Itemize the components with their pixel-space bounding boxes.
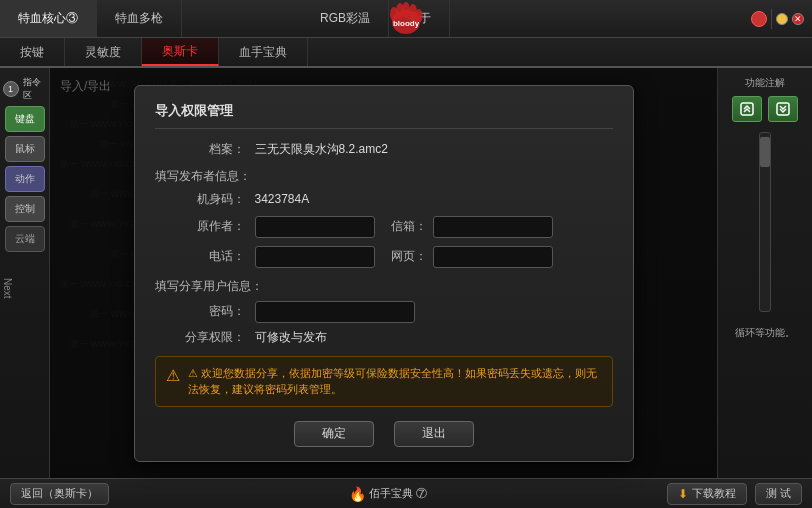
nav-blood-gun[interactable]: 特血多枪 xyxy=(97,0,182,37)
file-label: 档案： xyxy=(155,141,245,158)
warning-box: ⚠ ⚠ 欢迎您数据分享，依据加密等级可保险数据安全性高！如果密码丢失或遗忘，则无… xyxy=(155,356,613,407)
tab-sensitivity[interactable]: 灵敏度 xyxy=(65,38,142,66)
phone-label: 电话： xyxy=(155,248,245,265)
nav-blood-core[interactable]: 特血核心③ xyxy=(0,0,97,37)
author-input[interactable] xyxy=(255,216,375,238)
password-label: 密码： xyxy=(155,303,245,320)
top-nav-bar: 特血核心③ 特血多枪 bloody RGB彩温 关于 ✕ xyxy=(0,0,812,38)
right-scrollbar[interactable] xyxy=(759,132,771,312)
file-value: 三无天限臭水沟8.2.amc2 xyxy=(255,141,613,158)
loop-text: 循环等功能。 xyxy=(735,326,795,340)
sidebar-item-keyboard[interactable]: 键盘 xyxy=(5,106,45,132)
machine-code-value: 3423784A xyxy=(255,192,613,206)
email-input[interactable] xyxy=(433,216,553,238)
second-nav-bar: 按键 灵敏度 奥斯卡 血手宝典 xyxy=(0,38,812,68)
icon-btn-left[interactable] xyxy=(732,96,762,122)
right-panel: 功能注解 循环等功能。 xyxy=(717,68,812,478)
hotkey-label: 佰手宝典 ⑦ xyxy=(369,486,427,501)
share-limit-row: 分享权限： 可修改与发布 xyxy=(155,329,613,346)
download-icon: ⬇ xyxy=(678,487,688,501)
publisher-section-label: 填写发布者信息： xyxy=(155,168,613,185)
machine-code-label: 机身码： xyxy=(155,191,245,208)
icon-btn-right[interactable] xyxy=(768,96,798,122)
func-note-label: 功能注解 xyxy=(745,76,785,90)
left-sidebar: Next 1 指令区 键盘 鼠标 动作 控制 云端 xyxy=(0,68,50,478)
svg-point-3 xyxy=(402,2,410,18)
divider xyxy=(771,9,772,29)
sidebar-label-command: 指令区 xyxy=(23,76,47,102)
email-label: 信箱： xyxy=(391,218,427,235)
password-row: 密码： xyxy=(155,301,613,323)
dialog-buttons: 确定 退出 xyxy=(155,421,613,447)
tab-oscar[interactable]: 奥斯卡 xyxy=(142,38,219,66)
share-section-label: 填写分享用户信息： xyxy=(155,278,613,295)
close-button[interactable]: ✕ xyxy=(792,13,804,25)
download-tutorial-label: 下载教程 xyxy=(692,486,736,501)
bottom-center: 🔥 佰手宝典 ⑦ xyxy=(349,486,427,502)
window-controls: ✕ xyxy=(751,9,812,29)
center-content: 第一 WWW.YIG.COM 第一 WWW.YIG.COM 第一 WWW.YIG… xyxy=(50,68,717,478)
website-input[interactable] xyxy=(433,246,553,268)
share-limit-label: 分享权限： xyxy=(155,329,245,346)
bottom-bar: 返回（奥斯卡） 🔥 佰手宝典 ⑦ ⬇ 下载教程 测 试 xyxy=(0,478,812,508)
right-icon-row xyxy=(732,96,798,122)
minimize-button[interactable] xyxy=(776,13,788,25)
profile-icon[interactable] xyxy=(751,11,767,27)
main-layout: Next 1 指令区 键盘 鼠标 动作 控制 云端 第一 WWW.YIG.COM… xyxy=(0,68,812,478)
next-label: Next xyxy=(2,278,13,299)
sidebar-item-mouse[interactable]: 鼠标 xyxy=(5,136,45,162)
author-email-row: 原作者： 信箱： xyxy=(155,216,613,238)
phone-input[interactable] xyxy=(255,246,375,268)
confirm-button[interactable]: 确定 xyxy=(294,421,374,447)
warning-icon: ⚠ xyxy=(166,366,180,385)
website-label: 网页： xyxy=(391,248,427,265)
fire-icon: 🔥 xyxy=(349,486,366,502)
phone-website-row: 电话： 网页： xyxy=(155,246,613,268)
warning-text: ⚠ 欢迎您数据分享，依据加密等级可保险数据安全性高！如果密码丢失或遗忘，则无法恢… xyxy=(188,365,602,398)
command-number-icon: 1 xyxy=(3,81,19,97)
test-button[interactable]: 测 试 xyxy=(755,483,802,505)
dialog-file-row: 档案： 三无天限臭水沟8.2.amc2 xyxy=(155,141,613,158)
permission-dialog: 导入权限管理 档案： 三无天限臭水沟8.2.amc2 填写发布者信息： 机身码：… xyxy=(134,85,634,462)
app-logo: bloody xyxy=(376,2,436,40)
tab-buttons[interactable]: 按键 xyxy=(0,38,65,66)
tab-blood-treasure[interactable]: 血手宝典 xyxy=(219,38,308,66)
hotkey-area: 🔥 佰手宝典 ⑦ xyxy=(349,486,427,502)
cancel-button[interactable]: 退出 xyxy=(394,421,474,447)
back-button[interactable]: 返回（奥斯卡） xyxy=(10,483,109,505)
sidebar-item-action[interactable]: 动作 xyxy=(5,166,45,192)
scrollbar-thumb[interactable] xyxy=(760,137,770,167)
password-input[interactable] xyxy=(255,301,415,323)
machine-code-row: 机身码： 3423784A xyxy=(155,191,613,208)
bottom-right-controls: ⬇ 下载教程 测 试 xyxy=(667,483,802,505)
sidebar-item-control[interactable]: 控制 xyxy=(5,196,45,222)
author-label: 原作者： xyxy=(155,218,245,235)
dialog-overlay: 导入权限管理 档案： 三无天限臭水沟8.2.amc2 填写发布者信息： 机身码：… xyxy=(50,68,717,478)
sidebar-item-command[interactable]: 1 指令区 xyxy=(3,76,47,102)
svg-text:bloody: bloody xyxy=(393,19,420,28)
sidebar-item-cloud[interactable]: 云端 xyxy=(5,226,45,252)
download-tutorial-button[interactable]: ⬇ 下载教程 xyxy=(667,483,747,505)
dialog-title: 导入权限管理 xyxy=(155,102,613,129)
share-limit-value: 可修改与发布 xyxy=(255,329,327,346)
